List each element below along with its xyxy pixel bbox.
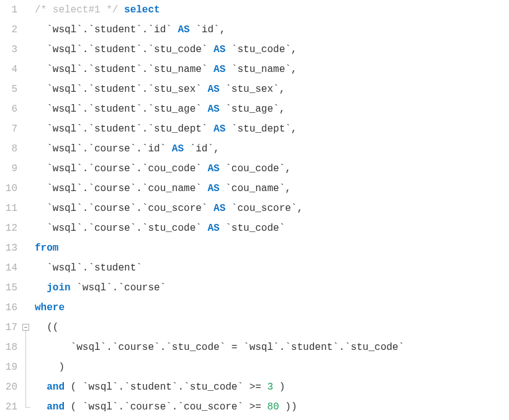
token-num: 80 [267,397,279,417]
fold-cell [21,397,34,417]
line-number: 9 [0,159,17,179]
code-line[interactable]: `wsql`.`student`.`id` AS `id`, [35,20,509,40]
fold-cell [21,79,34,99]
token-txt: `stu_code`, [225,40,297,60]
token-num: 3 [267,377,273,397]
fold-cell [21,40,34,60]
token-txt [35,278,47,298]
code-line[interactable]: `wsql`.`student`.`stu_code` AS `stu_code… [35,40,509,60]
code-line[interactable]: ) [35,357,509,377]
code-line[interactable]: `wsql`.`student`.`stu_age` AS `stu_age`, [35,99,509,119]
fold-cell [21,179,34,199]
code-line[interactable]: /* select#1 */ select [35,0,509,20]
line-number: 16 [0,298,17,318]
line-number: 8 [0,139,17,159]
token-txt: `stu_sex`, [220,79,286,99]
token-txt: `wsql`.`course`.`cou_score` [35,199,214,218]
fold-cell [21,0,34,20]
token-txt [118,0,124,20]
token-kw: where [35,298,65,318]
token-kw: AS [207,99,219,119]
line-number: 7 [0,119,17,139]
code-line[interactable]: join `wsql`.`course` [35,278,509,298]
line-number: 10 [0,179,17,199]
fold-toggle-icon[interactable] [22,324,29,331]
token-txt: ( `wsql`.`course`.`cou_score` >= [65,397,267,417]
fold-cell [21,60,34,79]
line-number: 15 [0,278,17,298]
code-line[interactable]: `wsql`.`course`.`id` AS `id`, [35,139,509,159]
token-txt: `stu_age`, [220,99,286,119]
token-kw: AS [214,60,225,79]
token-kw: and [47,397,65,417]
line-number: 21 [0,397,17,417]
code-line[interactable]: `wsql`.`student` [35,258,509,278]
token-txt: `wsql`.`student`.`stu_name` [35,60,214,79]
token-txt: `wsql`.`course`.`id` [35,139,172,159]
code-line[interactable]: `wsql`.`course`.`stu_code` = `wsql`.`stu… [35,337,509,357]
code-line[interactable]: `wsql`.`student`.`stu_dept` AS `stu_dept… [35,119,509,139]
line-number: 17 [0,318,17,337]
fold-cell [21,99,34,119]
code-content[interactable]: /* select#1 */ select `wsql`.`student`.`… [34,0,509,420]
fold-gutter [21,0,34,420]
token-txt: `wsql`.`course`.`cou_name` [35,179,207,199]
line-number: 1 [0,0,17,20]
token-txt: `wsql`.`course` [71,278,166,298]
code-line[interactable]: from [35,238,509,258]
fold-cell [21,218,34,238]
token-txt: `stu_dept`, [225,119,297,139]
fold-cell [21,258,34,278]
code-editor: 123456789101112131415161718192021 /* sel… [0,0,509,420]
fold-cell[interactable] [21,318,34,337]
token-txt: `wsql`.`student`.`id` [35,20,178,40]
token-kw: and [47,377,65,397]
code-line[interactable]: where [35,298,509,318]
token-txt: (( [35,318,58,337]
line-number: 12 [0,218,17,238]
code-line[interactable]: and ( `wsql`.`student`.`stu_code` >= 3 ) [35,377,509,397]
token-txt: `id`, [184,139,220,159]
line-number: 11 [0,199,17,218]
line-number: 14 [0,258,17,278]
fold-cell [21,139,34,159]
code-line[interactable]: `wsql`.`course`.`cou_name` AS `cou_name`… [35,179,509,199]
token-txt: `wsql`.`student`.`stu_dept` [35,119,214,139]
line-number-gutter: 123456789101112131415161718192021 [0,0,21,420]
code-line[interactable]: and ( `wsql`.`course`.`cou_score` >= 80 … [35,397,509,417]
token-kw: AS [214,40,225,60]
token-txt: `stu_code` [220,218,286,238]
token-kw: AS [207,218,219,238]
line-number: 2 [0,20,17,40]
fold-cell [21,119,34,139]
fold-cell [21,199,34,218]
token-kw: AS [207,79,219,99]
code-line[interactable]: `wsql`.`student`.`stu_sex` AS `stu_sex`, [35,79,509,99]
token-txt: `wsql`.`course`.`cou_code` [35,159,207,179]
code-line[interactable]: `wsql`.`course`.`cou_code` AS `cou_code`… [35,159,509,179]
line-number: 5 [0,79,17,99]
token-txt: `cou_code`, [220,159,291,179]
code-line[interactable]: `wsql`.`course`.`cou_score` AS `cou_scor… [35,199,509,218]
line-number: 18 [0,337,17,357]
token-txt: `cou_name`, [220,179,291,199]
code-line[interactable]: `wsql`.`student`.`stu_name` AS `stu_name… [35,60,509,79]
fold-cell [21,238,34,258]
fold-cell [21,357,34,377]
fold-cell [21,278,34,298]
code-line[interactable]: `wsql`.`course`.`stu_code` AS `stu_code` [35,218,509,238]
fold-cell [21,337,34,357]
token-kw: AS [214,119,225,139]
token-txt [35,397,47,417]
token-txt: ) [273,377,285,397]
token-txt: `wsql`.`student` [35,258,142,278]
line-number: 3 [0,40,17,60]
token-txt: `cou_score`, [225,199,303,218]
code-line[interactable]: (( [35,318,509,337]
line-number: 6 [0,99,17,119]
token-txt: `wsql`.`course`.`stu_code` = `wsql`.`stu… [35,337,404,357]
token-kw: AS [178,20,189,40]
token-txt: `wsql`.`course`.`stu_code` [35,218,207,238]
token-kw: join [47,278,70,298]
token-kw: AS [172,139,184,159]
